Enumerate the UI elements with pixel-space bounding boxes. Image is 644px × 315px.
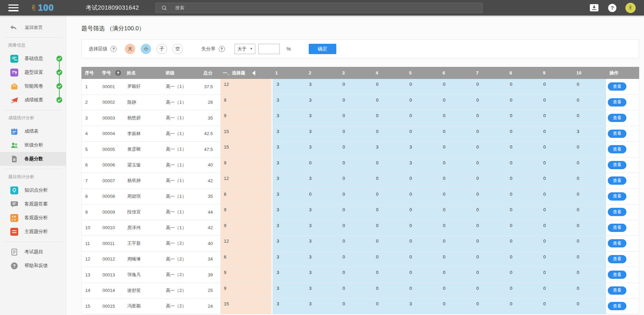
sort-ascending-icon[interactable] [115,70,121,76]
cell-question-score: 0 [372,95,405,110]
cell-question-score: 3 [271,252,305,267]
cell-class: 高一（1） [163,158,200,173]
check-icon [56,83,62,89]
view-button[interactable]: 查看 [608,192,626,201]
back-to-home[interactable]: 返回首页 [0,21,66,34]
cell-question-score: 0 [506,283,539,298]
cell-class: 高一（1） [163,189,200,204]
cell-question-score: 0 [472,204,506,220]
view-button[interactable]: 查看 [608,161,626,169]
cell-question-score: 0 [405,126,439,142]
cell-name: 黄彦晓 [125,142,163,157]
cell-question-score: 0 [573,142,606,157]
sidebar-item-basic-info[interactable]: 基础信息 [0,52,66,65]
help-icon[interactable]: ? [608,4,616,12]
sidebar-item-objective-answers[interactable]: 客观题答案 [0,197,66,211]
percent-sign: % [287,46,291,52]
level-help-icon[interactable]: ? [110,46,117,52]
sidebar-item-objective-analysis[interactable]: A BC D 客观题分析 [0,211,66,225]
hamburger-menu-icon[interactable] [8,4,19,11]
cell-student-id: 00015 [100,298,125,314]
search-icon [161,5,167,11]
sidebar-item-knowledge-point[interactable]: 知识点分析 [0,183,66,197]
loss-rate-input[interactable] [258,44,280,54]
cell-class: 高一（2） [163,236,200,251]
cell-seq: 2 [82,95,100,110]
cell-seq: 15 [82,298,100,314]
view-button[interactable]: 查看 [608,239,626,247]
view-button[interactable]: 查看 [608,255,626,263]
cell-question-score: 0 [539,204,573,220]
per-question-score-icon [10,155,18,163]
level-option-small[interactable]: 小 [141,44,151,54]
view-button[interactable]: 查看 [608,176,626,185]
cell-question-score: 0 [472,189,506,204]
cell-class: 高一（1） [163,126,200,142]
cell-question-score: 0 [338,95,372,110]
cell-total: 40 [200,158,220,173]
cell-question-score: 0 [305,158,338,173]
cell-question-score: 0 [506,79,539,94]
cell-class: 高一（1） [163,173,200,189]
cell-seq: 8 [82,189,100,204]
cell-question-score: 0 [439,158,472,173]
cell-question-score: 3 [271,110,305,126]
sidebar-item-class-analysis[interactable]: 班级分析 [0,138,66,152]
cell-action: 查看 [606,158,640,173]
cell-question-score: 3 [271,173,305,189]
level-option-big[interactable]: 大 [125,44,135,54]
cell-seq: 11 [82,236,100,251]
cell-class: 高一（1） [163,204,200,220]
cell-name: 王宇新 [125,236,163,251]
cell-action: 查看 [606,126,640,142]
cell-name: 段佳宜 [125,204,163,220]
cell-student-id: 00013 [100,267,125,283]
table-row: 8 00008 周碧琪 高一（1） 35 6 3000000000 查看 [82,189,639,205]
comparator-select[interactable]: 大于 ▼ [235,44,255,54]
view-button[interactable]: 查看 [608,224,626,232]
view-button[interactable]: 查看 [608,82,626,91]
divider [4,242,62,242]
sidebar-item-score-check[interactable]: 成绩核查 [0,93,66,107]
table-row: 1 00001 罗颖轩 高一（1） 37.5 12 3300000000 查看 [82,79,639,95]
confirm-button[interactable]: 确定 [309,44,336,54]
level-option-blank[interactable]: 空 [172,44,183,54]
view-button[interactable]: 查看 [608,208,626,216]
cell-question-score: 0 [338,204,372,220]
download-tray-icon[interactable] [590,4,598,11]
view-button[interactable]: 查看 [608,130,626,138]
app-logo[interactable]: ✌ 100 [30,2,54,13]
table-row: 15 00015 冯昱颖 高一（2） 24 15 3300300000 查看 [82,298,639,314]
search-input[interactable] [175,5,451,10]
search-box[interactable] [156,3,483,13]
collapse-section-icon[interactable] [252,71,255,75]
cell-total: 24 [200,298,220,314]
cell-question-score: 0 [472,298,506,314]
level-option-sub[interactable]: 子 [157,44,167,54]
cell-student-id: 00012 [100,252,125,267]
sidebar-item-label: 班级分析 [24,142,43,148]
view-button[interactable]: 查看 [608,302,626,310]
sidebar-item-score-table[interactable]: 成绩表 [0,124,66,138]
cell-question-score: 0 [506,142,539,157]
sidebar-item-help-feedback[interactable]: ? 帮助和反馈 [0,259,66,273]
view-button[interactable]: 查看 [608,98,626,106]
loss-rate-help-icon[interactable]: ? [219,46,225,52]
sidebar-item-question-type[interactable]: 题型设置 [0,65,66,79]
view-button[interactable]: 查看 [608,114,626,122]
sidebar-item-exam-questions[interactable]: 考试题目 [0,245,66,259]
view-button[interactable]: 查看 [608,286,626,295]
sidebar-item-label: 基础信息 [24,55,43,62]
avatar[interactable]: ✌ [625,3,636,13]
header-question-9: 9 [539,70,572,75]
cell-question-score: 0 [573,283,606,298]
sidebar-item-smart-marking[interactable]: 智能阅卷 [0,79,66,93]
view-button[interactable]: 查看 [608,145,626,153]
sidebar-item-per-question-scores[interactable]: 各题分数 [0,152,66,166]
sidebar-item-subjective-analysis[interactable]: 主观题分析 [0,225,66,238]
cell-action: 查看 [606,189,640,204]
cell-action: 查看 [606,110,640,126]
cell-total: 37.5 [200,79,220,94]
view-button[interactable]: 查看 [608,271,626,279]
cell-question-score: 3 [405,142,439,157]
